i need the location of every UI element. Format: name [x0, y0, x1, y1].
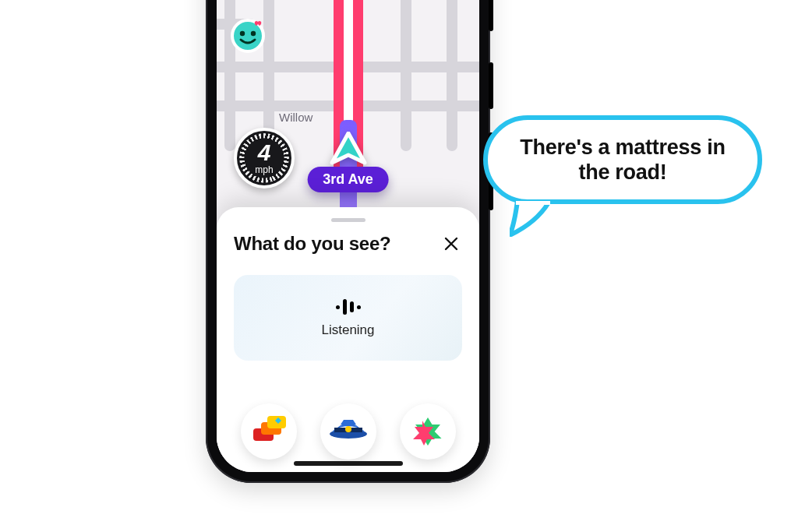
current-street-pill[interactable]: 3rd Ave — [307, 167, 389, 192]
phone-side-button — [489, 62, 493, 109]
close-button[interactable] — [440, 233, 462, 255]
phone-frame: Willow 4 mph — [206, 0, 490, 483]
speech-bubble-text: There's a mattress in the road! — [503, 135, 742, 185]
report-chip-traffic[interactable] — [241, 403, 297, 460]
svg-point-8 — [345, 426, 351, 432]
speed-value: 4 — [258, 141, 271, 164]
report-chip-police[interactable] — [320, 403, 376, 460]
wazer-mood-icon[interactable] — [228, 14, 268, 55]
waveform-icon — [336, 298, 361, 316]
report-sheet: What do you see? Listening — [217, 207, 479, 472]
sheet-grabber[interactable] — [331, 218, 365, 222]
svg-point-1 — [240, 31, 245, 36]
voice-listening-panel[interactable]: Listening — [234, 275, 462, 361]
listening-label: Listening — [321, 322, 374, 338]
svg-rect-9 — [516, 201, 550, 205]
speech-bubble-tail-icon — [510, 201, 556, 237]
cross-street-label: Willow — [279, 111, 312, 124]
screen: Willow 4 mph — [217, 0, 479, 472]
speed-unit: mph — [255, 164, 273, 175]
home-indicator[interactable] — [294, 461, 403, 466]
speedometer[interactable]: 4 mph — [234, 128, 295, 188]
svg-point-2 — [251, 31, 256, 36]
speech-bubble: There's a mattress in the road! — [483, 115, 762, 204]
sheet-title: What do you see? — [234, 233, 391, 255]
phone-side-button — [489, 0, 493, 31]
current-location-cursor — [329, 132, 368, 169]
report-chip-hazard[interactable] — [400, 403, 456, 460]
